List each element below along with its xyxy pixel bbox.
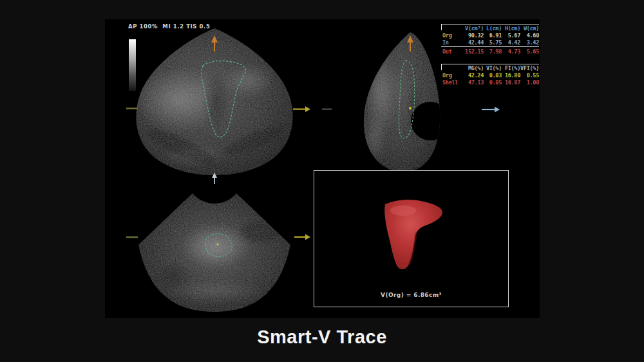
table-corner-tick bbox=[441, 24, 442, 30]
table-row: Out 152.15 7.98 4.73 5.65 bbox=[441, 48, 539, 55]
col-header: L(cm) bbox=[484, 25, 502, 32]
table-separator bbox=[441, 46, 539, 47]
reference-dot-q2 bbox=[409, 107, 412, 110]
row-label: Org bbox=[441, 72, 458, 79]
probe-notch bbox=[411, 102, 450, 140]
cell-value: 6.91 bbox=[484, 32, 502, 39]
reference-dot-q3 bbox=[216, 243, 218, 245]
col-header: MG(%) bbox=[458, 65, 484, 71]
col-header: H(cm) bbox=[502, 25, 520, 32]
col-header: V(cm³) bbox=[458, 25, 484, 32]
cell-value: 4.42 bbox=[502, 39, 520, 46]
cell-value: 5.65 bbox=[520, 48, 539, 55]
model-highlight bbox=[390, 205, 416, 216]
cell-value: 0.55 bbox=[520, 72, 539, 79]
table-row: Shell 47.13 0.05 16.87 1.00 bbox=[441, 79, 539, 86]
cell-value: 1.00 bbox=[520, 79, 539, 86]
table-header-row: V(cm³) L(cm) H(cm) W(cm) bbox=[441, 24, 539, 32]
cell-value: 4.73 bbox=[502, 48, 520, 55]
plane-arrow-yellow-q1-icon bbox=[293, 106, 332, 112]
table-row: In 42.44 5.75 4.42 3.42 bbox=[441, 39, 539, 46]
col-header: FI(%) bbox=[502, 65, 520, 71]
feature-caption: Smart-V Trace bbox=[0, 327, 644, 348]
cell-value: 16.87 bbox=[502, 79, 520, 86]
row-label: In bbox=[441, 39, 458, 46]
plane-arrow-cyan-icon bbox=[482, 107, 500, 113]
measurement-table-indices: MG(%) VI(%) FI(%) VFI(%) Org 42.24 0.03 … bbox=[441, 64, 539, 86]
table-row: Org 90.32 6.91 5.67 4.60 bbox=[441, 32, 539, 39]
cell-value: 16.80 bbox=[502, 72, 520, 79]
cell-value: 42.44 bbox=[458, 39, 484, 46]
quadrant-coronal-image bbox=[134, 187, 295, 316]
row-label: Org bbox=[441, 32, 458, 39]
table-corner-tick bbox=[441, 64, 442, 70]
figure-canvas: AP 100% MI 1.2 TIS 0.5 bbox=[0, 0, 644, 362]
cell-value: 5.67 bbox=[502, 32, 520, 39]
quadrant-sagittal-image bbox=[359, 29, 450, 180]
col-header: W(cm) bbox=[520, 25, 539, 32]
table-header-row: MG(%) VI(%) FI(%) VFI(%) bbox=[441, 64, 539, 71]
cell-value: 42.24 bbox=[458, 72, 484, 79]
ultrasound-screen: AP 100% MI 1.2 TIS 0.5 bbox=[105, 19, 540, 318]
cell-value: 90.32 bbox=[458, 32, 484, 39]
focus-marker-q1 bbox=[126, 108, 138, 110]
row-label: Shell bbox=[441, 79, 458, 86]
organ-volume-readout: V(Org) = 6.86cm³ bbox=[314, 292, 508, 298]
organ-3d-model-graphic bbox=[314, 171, 508, 307]
volume-render-box: V(Org) = 6.86cm³ bbox=[314, 170, 509, 307]
cell-value: 0.05 bbox=[484, 79, 502, 86]
cell-value: 152.15 bbox=[458, 48, 484, 55]
focus-marker-q3 bbox=[126, 236, 138, 238]
row-label: Out bbox=[441, 48, 458, 55]
plane-arrow-yellow-q3-icon bbox=[294, 234, 310, 240]
cell-value: 47.13 bbox=[458, 79, 484, 86]
measurement-table-volume: V(cm³) L(cm) H(cm) W(cm) Org 90.32 6.91 … bbox=[441, 24, 539, 55]
cell-value: 0.03 bbox=[484, 72, 502, 79]
cell-value: 3.42 bbox=[520, 39, 539, 46]
col-header: VFI(%) bbox=[520, 65, 539, 71]
col-header: VI(%) bbox=[484, 65, 502, 71]
cell-value: 4.60 bbox=[520, 32, 539, 39]
table-row: Org 42.24 0.03 16.80 0.55 bbox=[441, 71, 539, 79]
cell-value: 7.98 bbox=[484, 48, 502, 55]
cell-value: 5.75 bbox=[484, 39, 502, 46]
